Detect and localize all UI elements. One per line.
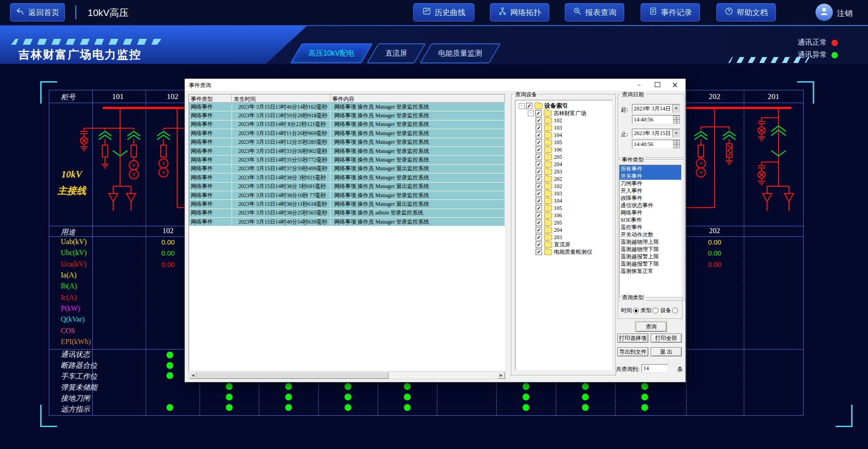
tab-dc-screen[interactable]: 直流屏 — [367, 43, 426, 63]
event-type-item[interactable]: 所有事件 — [620, 165, 681, 172]
device-tree-item[interactable]: 204 — [516, 161, 612, 168]
checkbox-checked-icon[interactable] — [536, 241, 542, 248]
dialog-title-bar[interactable]: 事件查询 – × — [185, 79, 685, 91]
back-home-button[interactable]: 返回首页 — [10, 3, 65, 21]
checkbox-checked-icon[interactable] — [536, 132, 542, 138]
logout-button[interactable]: 注销 — [837, 8, 852, 19]
event-type-item[interactable]: 遥测越物理下限 — [620, 245, 681, 253]
radio-option[interactable]: 类型 — [641, 307, 658, 314]
checkbox-checked-icon[interactable] — [536, 219, 542, 226]
radio-icon[interactable] — [652, 308, 658, 313]
radio-icon[interactable] — [633, 308, 639, 313]
scroll-right-arrow[interactable]: ▶ — [497, 372, 505, 379]
scrollbar-thumb[interactable] — [197, 372, 389, 379]
column-header-event-time[interactable]: 发生时间 — [232, 94, 331, 103]
event-type-item[interactable]: 遥测越报警下限 — [620, 260, 681, 267]
spin-up-icon[interactable]: ▲ — [673, 115, 680, 120]
checkbox-checked-icon[interactable] — [536, 183, 542, 189]
device-tree-item[interactable]: 106 — [516, 212, 612, 219]
scroll-left-arrow[interactable]: ◀ — [189, 372, 197, 379]
tab-power-quality[interactable]: 电能质量监测 — [420, 43, 501, 63]
event-table-row[interactable]: 网络事件 2023年 3月15日14时38分25秒565毫秒 网络事项 操作员 … — [189, 209, 505, 218]
radio-icon[interactable] — [672, 308, 678, 313]
event-type-item[interactable]: 开关动作次数 — [620, 231, 681, 238]
device-tree-item[interactable]: 203 — [516, 168, 612, 175]
checkbox-checked-icon[interactable] — [536, 227, 542, 233]
spin-up-icon[interactable]: ▲ — [673, 140, 680, 144]
chevron-down-icon[interactable]: ▼ — [672, 129, 680, 137]
spin-down-icon[interactable]: ▼ — [673, 120, 680, 124]
date-from-combo[interactable]: 2023年 3月14日 ▼ — [632, 104, 680, 113]
checkbox-checked-icon[interactable] — [526, 103, 532, 109]
user-avatar[interactable] — [815, 4, 833, 21]
query-button[interactable]: 查询 — [636, 322, 667, 332]
nav-report-button[interactable]: 报表查询 — [565, 3, 624, 21]
device-tree-item[interactable]: 102 — [516, 117, 612, 124]
nav-events-button[interactable]: 事件记录 — [641, 3, 700, 21]
event-type-item[interactable]: 遥测越报警上限 — [620, 253, 681, 260]
event-type-item[interactable]: 遥测恢复正常 — [620, 267, 681, 275]
nav-help-button[interactable]: 帮助文档 — [716, 3, 776, 21]
checkbox-checked-icon[interactable] — [536, 117, 542, 124]
spin-down-icon[interactable]: ▼ — [673, 144, 680, 148]
checkbox-checked-icon[interactable] — [536, 168, 542, 175]
device-tree-item[interactable]: 204 — [516, 226, 612, 234]
minimize-icon[interactable]: – — [631, 79, 647, 90]
column-header-event-content[interactable]: 事件内容 — [331, 94, 505, 103]
checkbox-checked-icon[interactable] — [536, 125, 542, 131]
event-table-row[interactable]: 网络事件 2023年 3月15日14时37分59秒499毫秒 网络事项 操作员 … — [189, 165, 505, 173]
checkbox-checked-icon[interactable] — [536, 205, 542, 211]
device-tree-site[interactable]: - 吉林财富广场 — [516, 110, 612, 117]
device-tree-item[interactable]: 104 — [516, 131, 612, 139]
event-type-item[interactable]: 遥控事件 — [620, 224, 681, 231]
result-count-input[interactable]: 14 — [642, 364, 668, 372]
checkbox-checked-icon[interactable] — [536, 146, 542, 153]
event-table-row[interactable]: 网络事件 2023年 3月15日14时 8分22秒121毫秒 网络事项 操作员 … — [189, 120, 505, 129]
maximize-icon[interactable] — [650, 79, 665, 90]
close-icon[interactable]: × — [667, 79, 683, 90]
print-all-button[interactable]: 打印全部 — [651, 334, 682, 343]
checkbox-checked-icon[interactable] — [536, 154, 542, 160]
checkbox-checked-icon[interactable] — [536, 161, 542, 167]
date-to-combo[interactable]: 2023年 3月15日 ▼ — [632, 129, 680, 138]
event-table-row[interactable]: 网络事件 2023年 3月15日14时38分 5秒691毫秒 网络事项 操作员 … — [189, 183, 505, 191]
event-type-item[interactable]: 遥测越物理上限 — [620, 238, 681, 245]
export-file-button[interactable]: 导出到文件 — [617, 347, 648, 356]
tab-hv-10kv[interactable]: 高压10kV配电 — [290, 43, 373, 63]
checkbox-checked-icon[interactable] — [536, 198, 542, 204]
event-type-item[interactable]: 刀闸事件 — [620, 180, 681, 187]
print-selected-button[interactable]: 打印选择项 — [617, 334, 648, 343]
device-tree-item[interactable]: 105 — [516, 139, 612, 146]
nav-topology-button[interactable]: 网络拓扑 — [490, 3, 549, 21]
event-table-row[interactable]: 网络事件 2023年 3月15日14时35分55秒772毫秒 网络事项 操作员 … — [189, 156, 505, 164]
time-to-spinner[interactable]: 14:40:56 ▲ ▼ — [632, 140, 680, 149]
checkbox-checked-icon[interactable] — [536, 234, 542, 240]
device-tree-root[interactable]: - 设备索引 — [516, 102, 612, 110]
chevron-down-icon[interactable]: ▼ — [672, 104, 680, 113]
event-table-row[interactable]: 网络事件 2023年 3月15日13时46分14秒162毫秒 网络事项 操作员 … — [189, 103, 505, 111]
device-tree-item[interactable]: 103 — [516, 124, 612, 131]
column-header-event-type[interactable]: 事件类型 — [189, 94, 232, 103]
device-tree-item[interactable]: 202 — [516, 175, 612, 183]
event-table-row[interactable]: 网络事件 2023年 3月15日14时38分10秒 77毫秒 网络事项 操作员 … — [189, 191, 505, 200]
device-tree-item[interactable]: 102 — [516, 183, 612, 190]
device-tree-item[interactable]: 电能质量检测仪 — [516, 248, 612, 256]
nav-history-curve-button[interactable]: 历史曲线 — [413, 3, 474, 21]
device-tree-item[interactable]: 203 — [516, 234, 612, 241]
checkbox-checked-icon[interactable] — [535, 110, 542, 116]
device-tree-item[interactable]: 直流屏 — [516, 241, 612, 248]
checkbox-checked-icon[interactable] — [536, 176, 542, 182]
checkbox-checked-icon[interactable] — [536, 139, 542, 146]
time-from-spinner[interactable]: 14:40:56 ▲ ▼ — [632, 115, 680, 124]
radio-option[interactable]: 设备 — [660, 307, 678, 314]
checkbox-checked-icon[interactable] — [536, 212, 542, 219]
scrollbar-track[interactable] — [197, 372, 497, 379]
device-tree-item[interactable]: 105 — [516, 204, 612, 212]
event-table-row[interactable]: 网络事件 2023年 3月15日14时40分54秒639毫秒 网络事项 操作员 … — [189, 218, 505, 226]
collapse-icon[interactable]: - — [519, 103, 525, 109]
checkbox-checked-icon[interactable] — [536, 190, 542, 197]
event-type-item[interactable]: SOE事件 — [620, 216, 681, 224]
event-table-row[interactable]: 网络事件 2023年 3月15日14时38分11秒618毫秒 网络事项 操作员 … — [189, 200, 505, 209]
event-type-item[interactable]: 故障事件 — [620, 194, 681, 202]
event-table-row[interactable]: 网络事件 2023年 3月15日14时11分26秒969毫秒 网络事项 操作员 … — [189, 129, 505, 138]
